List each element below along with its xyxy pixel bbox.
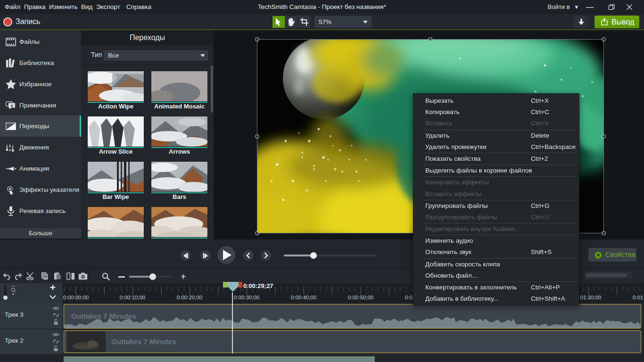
svg-text:a: a	[11, 103, 13, 108]
